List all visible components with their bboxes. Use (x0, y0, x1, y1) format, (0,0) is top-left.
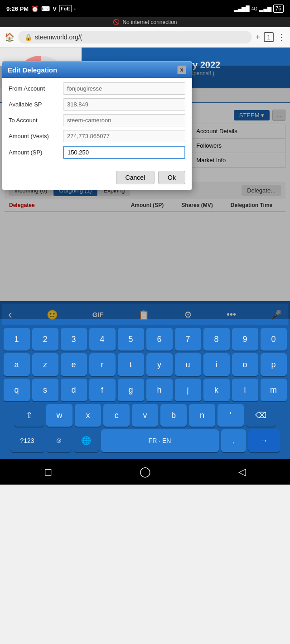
from-account-row: From Account (9, 82, 185, 95)
alarm-icon: ⏰ (31, 5, 39, 12)
nav-recent-icon[interactable]: ◁ (238, 466, 246, 478)
browser-bar: 🏠 🔒 steemworld.org/( + 1 ⋮ (0, 27, 290, 48)
backspace-key[interactable]: ⌫ (246, 404, 276, 427)
shift-key[interactable]: ⇧ (14, 404, 44, 427)
keyboard-row-numbers: 1 2 3 4 5 6 7 8 9 0 (2, 328, 288, 351)
key-f[interactable]: f (89, 379, 116, 401)
from-account-label: From Account (9, 85, 63, 92)
enter-key[interactable]: → (248, 429, 280, 452)
ok-button[interactable]: Ok (158, 171, 185, 184)
no-wifi-icon: 🚫 (113, 19, 120, 25)
nav-back-icon[interactable]: ◻ (44, 466, 52, 478)
key-d[interactable]: d (61, 379, 87, 401)
key-l[interactable]: l (232, 379, 258, 401)
keyboard-row-shift: ⇧ w x c v b n ' ⌫ (2, 404, 288, 427)
key-5[interactable]: 5 (118, 328, 144, 351)
key-x[interactable]: x (75, 404, 101, 427)
key-7[interactable]: 7 (175, 328, 201, 351)
keyboard-row-azerty: a z e r t y u i o p (2, 353, 288, 376)
available-sp-input[interactable] (63, 98, 185, 111)
nav-bottom-bar: ◻ ◯ ◁ (0, 459, 290, 485)
key-2[interactable]: 2 (32, 328, 58, 351)
to-account-label: To Account (9, 117, 63, 124)
key-q[interactable]: q (4, 379, 30, 401)
amount-vests-label: Amount (Vests) (9, 133, 63, 139)
dialog-header: Edit Delegation x (2, 62, 192, 78)
add-tab-icon[interactable]: + (256, 33, 261, 42)
no-internet-bar: 🚫 No internet connection (0, 17, 290, 27)
dialog-body: From Account Available SP To Account Amo… (2, 78, 192, 167)
key-apostrophe[interactable]: ' (218, 404, 244, 427)
dialog-buttons: Cancel Ok (2, 167, 192, 190)
from-account-input[interactable] (63, 82, 185, 95)
amount-sp-label: Amount (SP) (9, 149, 63, 156)
dialog-title: Edit Delegation (8, 66, 57, 74)
key-e[interactable]: e (61, 353, 87, 376)
keyboard: ‹ 🙂 GIF 📋 ⚙ ••• 🎤 1 2 3 4 5 6 7 8 9 0 a … (0, 301, 290, 459)
signal2-icon: ▂▄▆ (259, 5, 271, 12)
edit-delegation-dialog: Edit Delegation x From Account Available… (2, 61, 192, 190)
dot-icon: · (74, 5, 76, 12)
key-r[interactable]: r (89, 353, 116, 376)
key-n[interactable]: n (189, 404, 215, 427)
nav-home-icon[interactable]: ◯ (140, 466, 151, 478)
amount-vests-row: Amount (Vests) (9, 130, 185, 142)
nums-key[interactable]: ?123 (10, 429, 44, 452)
dot-key[interactable]: . (221, 429, 246, 452)
foe-icon: FoE (59, 5, 72, 12)
key-o[interactable]: o (232, 353, 258, 376)
tab-count-icon[interactable]: 1 (264, 32, 274, 42)
key-m[interactable]: m (261, 379, 287, 401)
key-6[interactable]: 6 (146, 328, 173, 351)
time: 9:26 PM (6, 5, 29, 12)
vpn-icon: V (53, 5, 57, 12)
space-key[interactable]: FR · EN (101, 429, 219, 452)
key-w[interactable]: w (46, 404, 72, 427)
keyboard-row-qsdfg: q s d f g h j k l m (2, 379, 288, 401)
emoji-key[interactable]: ☺ (47, 429, 72, 452)
key-g[interactable]: g (118, 379, 144, 401)
key-4[interactable]: 4 (89, 328, 116, 351)
key-h[interactable]: h (146, 379, 173, 401)
home-icon[interactable]: 🏠 (5, 32, 14, 42)
keyboard-row-bottom: ?123 ☺ 🌐 FR · EN . → (2, 429, 288, 452)
web-content: $0.00 5 February 2022 ( promoted / @penn… (0, 48, 290, 301)
key-s[interactable]: s (32, 379, 58, 401)
lock-icon: 🔒 (24, 34, 32, 41)
battery-icon: 76 (273, 5, 284, 13)
globe-key[interactable]: 🌐 (74, 429, 99, 452)
to-account-input[interactable] (63, 114, 185, 126)
available-sp-label: Available SP (9, 101, 63, 108)
key-1[interactable]: 1 (4, 328, 30, 351)
key-0[interactable]: 0 (261, 328, 287, 351)
key-z[interactable]: z (32, 353, 58, 376)
key-3[interactable]: 3 (61, 328, 87, 351)
key-b[interactable]: b (160, 404, 187, 427)
key-t[interactable]: t (118, 353, 144, 376)
key-y[interactable]: y (146, 353, 173, 376)
key-u[interactable]: u (175, 353, 201, 376)
menu-icon[interactable]: ⋮ (277, 32, 285, 42)
key-j[interactable]: j (175, 379, 201, 401)
cancel-button[interactable]: Cancel (116, 171, 155, 184)
key-9[interactable]: 9 (232, 328, 258, 351)
key-a[interactable]: a (4, 353, 30, 376)
key-k[interactable]: k (203, 379, 230, 401)
url-bar[interactable]: 🔒 steemworld.org/( (18, 31, 252, 43)
amount-sp-input[interactable] (63, 146, 185, 159)
key-i[interactable]: i (203, 353, 230, 376)
keyboard-icon: ⌨ (41, 5, 50, 12)
amount-vests-input[interactable] (63, 130, 185, 142)
url-text: steemworld.org/( (35, 34, 82, 41)
key-c[interactable]: c (103, 404, 130, 427)
dialog-close-button[interactable]: x (177, 65, 186, 74)
amount-sp-row: Amount (SP) (9, 146, 185, 159)
no-internet-text: No internet connection (122, 19, 177, 25)
signal-icon: ▂▄▆█ (234, 5, 250, 12)
key-p[interactable]: p (261, 353, 287, 376)
available-sp-row: Available SP (9, 98, 185, 111)
key-v[interactable]: v (132, 404, 158, 427)
key-8[interactable]: 8 (203, 328, 230, 351)
status-bar: 9:26 PM ⏰ ⌨ V FoE · ▂▄▆█ 4G ▂▄▆ 76 (0, 0, 290, 17)
network-icon: 4G (251, 6, 257, 11)
